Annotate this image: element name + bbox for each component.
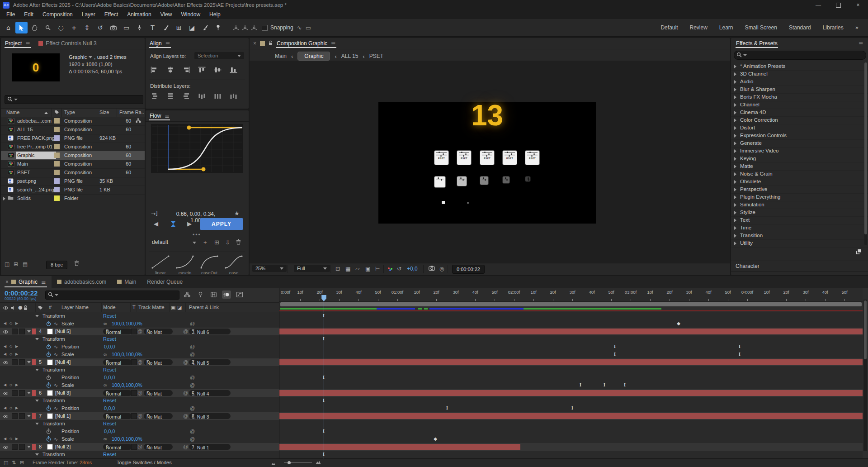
- keyframe-hold-icon[interactable]: I: [739, 352, 741, 357]
- preset-thumbnail[interactable]: PSET: [480, 151, 494, 165]
- flow-prev-icon[interactable]: ◀: [154, 220, 158, 227]
- twirl-down-icon[interactable]: [35, 315, 39, 317]
- keyframe-hold-icon[interactable]: I: [614, 352, 616, 357]
- workspace-small-screen[interactable]: Small Screen: [739, 20, 783, 35]
- timeline-track-row[interactable]: [279, 366, 863, 374]
- blend-mode-select[interactable]: Normal: [103, 390, 132, 396]
- timeline-tab-graphic[interactable]: ×Graphic≡: [0, 276, 52, 288]
- next-keyframe-icon[interactable]: ▶: [15, 383, 18, 387]
- project-row-graphic[interactable]: GraphicComposition60: [1, 151, 145, 160]
- axis-view-icon[interactable]: [251, 25, 257, 31]
- solo-toggle[interactable]: [19, 390, 25, 396]
- twirl-right-icon[interactable]: [734, 211, 736, 214]
- show-snapshot-icon[interactable]: ◎: [439, 266, 444, 272]
- track-matte-select[interactable]: No Mat: [144, 444, 173, 450]
- next-keyframe-icon[interactable]: ▶: [15, 344, 18, 348]
- menu-view[interactable]: View: [156, 10, 177, 19]
- menu-layer[interactable]: Layer: [77, 10, 100, 19]
- menu-effect[interactable]: Effect: [100, 10, 123, 19]
- property-name[interactable]: Scale: [61, 436, 74, 442]
- hand-tool[interactable]: [28, 22, 41, 33]
- timeline-track-row[interactable]: [279, 389, 863, 397]
- label-color-chip[interactable]: [54, 187, 60, 192]
- twirl-down-icon[interactable]: [27, 392, 31, 394]
- panel-menu-icon[interactable]: ≡: [859, 40, 863, 47]
- preset-thumbnail[interactable]: PSET: [503, 151, 517, 165]
- timeline-track-row[interactable]: II: [279, 343, 863, 351]
- label-color-chip[interactable]: [54, 170, 60, 175]
- flow-apply-button[interactable]: APPLY: [200, 218, 243, 230]
- layer-duration-bar[interactable]: [279, 444, 520, 450]
- effects-category-cinema-4d[interactable]: Cinema 4D: [731, 109, 868, 117]
- column-header-name[interactable]: Name: [6, 110, 19, 115]
- add-keyframe-icon[interactable]: ◇: [9, 437, 12, 441]
- tab-effect-controls-null-3[interactable]: Effect Controls Null 3: [34, 38, 101, 49]
- distribute-v-center-icon[interactable]: [166, 92, 174, 100]
- preserve-transparency-toggle[interactable]: [131, 329, 137, 334]
- align-v-center-icon[interactable]: [213, 66, 222, 73]
- timeline-track-row[interactable]: I: [279, 451, 863, 459]
- parent-link-select[interactable]: 7. Null 1: [189, 444, 231, 450]
- timeline-row[interactable]: 6[Null 3]Normal@No Mat@5. Null 4: [0, 389, 279, 397]
- timeline-track-row[interactable]: I: [279, 428, 863, 436]
- stopwatch-icon[interactable]: [46, 382, 51, 389]
- effects-category-immersive-video[interactable]: Immersive Video: [731, 147, 868, 155]
- effects-category-time[interactable]: Time: [731, 224, 868, 232]
- label-color-chip[interactable]: [54, 135, 60, 141]
- t-column-header[interactable]: T: [132, 305, 136, 310]
- time-ruler[interactable]: 0:00f10f20f30f40f50f01:00f10f20f30f40f50…: [279, 288, 863, 302]
- rectangle-tool[interactable]: ▭: [120, 22, 132, 33]
- menu-help[interactable]: Help: [205, 10, 225, 19]
- twirl-right-icon[interactable]: [734, 226, 736, 230]
- keyframe-diamond-icon[interactable]: ◆: [677, 321, 680, 326]
- timeline-track-row[interactable]: [279, 443, 863, 451]
- effects-category-noise-grain[interactable]: Noise & Grain: [731, 170, 868, 178]
- flow-preset-ease[interactable]: ease: [222, 254, 246, 275]
- close-tab-icon[interactable]: ×: [5, 279, 9, 285]
- flow-more-icon[interactable]: •••: [193, 232, 201, 238]
- type-tool[interactable]: T: [146, 22, 159, 33]
- stopwatch-icon[interactable]: [46, 405, 51, 412]
- parent-pickwhip-icon[interactable]: @: [183, 359, 188, 365]
- transform-group-label[interactable]: Transform: [42, 336, 65, 342]
- flow-next-icon[interactable]: ▶: [187, 220, 192, 227]
- twirl-right-icon[interactable]: [3, 197, 5, 200]
- project-search-input[interactable]: [5, 95, 143, 104]
- property-name[interactable]: Position: [61, 429, 79, 434]
- preserve-transparency-toggle[interactable]: [131, 359, 137, 365]
- property-name[interactable]: Scale: [61, 352, 74, 357]
- property-name[interactable]: Position: [61, 344, 79, 349]
- timeline-track-row[interactable]: [279, 420, 863, 428]
- twirl-right-icon[interactable]: [734, 219, 736, 222]
- audio-toggle[interactable]: [12, 359, 18, 365]
- twirl-down-icon[interactable]: [27, 361, 31, 363]
- timeline-track-row[interactable]: ◆: [279, 435, 863, 443]
- align-top-icon[interactable]: [198, 66, 206, 73]
- maximize-button[interactable]: [828, 0, 848, 10]
- keyframe-hold-icon[interactable]: I: [614, 344, 616, 349]
- mode-column-header[interactable]: Mode: [103, 305, 116, 310]
- keyframe-hold-icon[interactable]: I: [604, 382, 605, 387]
- stopwatch-icon[interactable]: [46, 344, 51, 350]
- project-row-free-pack-png[interactable]: FREE PACK.pngPNG file924 KB: [1, 134, 145, 143]
- audio-toggle[interactable]: [12, 329, 18, 334]
- label-color-chip[interactable]: [54, 144, 60, 149]
- timeline-row[interactable]: 5[Null 4]Normal@No Mat@4. Null 5: [0, 358, 279, 367]
- timeline-tab-adobebasics-com[interactable]: adobebasics.com: [52, 276, 112, 288]
- snap-option-icon[interactable]: ∿: [297, 24, 302, 31]
- tab-effects-presets[interactable]: Effects & Presets: [732, 38, 782, 49]
- keyframe-hold-icon[interactable]: I: [580, 382, 581, 387]
- effects-scrollbar[interactable]: [864, 62, 867, 245]
- reset-link[interactable]: Reset: [103, 452, 116, 457]
- twirl-right-icon[interactable]: [734, 203, 736, 207]
- workspace-libraries[interactable]: Libraries: [817, 20, 849, 35]
- panel-menu-icon[interactable]: ≡: [41, 279, 46, 286]
- graph-icon[interactable]: ∿: [54, 382, 58, 388]
- audio-toggle[interactable]: [12, 390, 18, 396]
- blend-mode-select[interactable]: Normal: [103, 359, 132, 365]
- solo-toggle[interactable]: [19, 413, 25, 419]
- tab-composition-graphic[interactable]: Composition Graphic≡: [273, 38, 340, 49]
- twirl-right-icon[interactable]: [734, 72, 736, 76]
- preview-comp-name[interactable]: Graphic: [69, 53, 87, 61]
- layer-solid-swatch[interactable]: [47, 329, 53, 334]
